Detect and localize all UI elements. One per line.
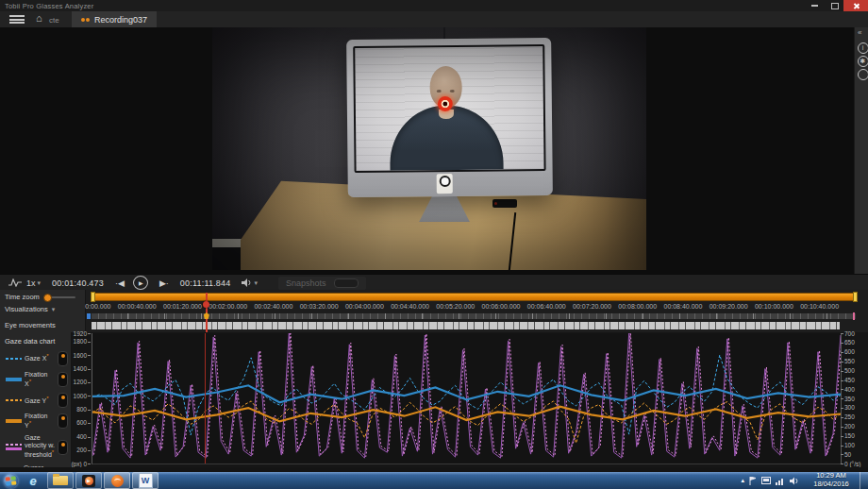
windows-logo-icon [3,473,18,488]
timeline-tick-label: 00:08:40.000 [663,303,702,310]
timeline-start-handle[interactable] [91,292,95,302]
time-zoom-slider[interactable] [43,296,75,298]
gaze-data-chart-label: Gaze data chart [5,337,55,346]
tobii-analyzer-window: Tobii Pro Glasses Analyzer ⌂ cte Recordi… [0,0,868,489]
media-player-icon[interactable]: ▶ [75,472,102,489]
play-button[interactable]: ▶ [133,276,148,290]
info-icon[interactable]: i [858,42,868,54]
file-explorer-icon[interactable] [47,472,74,489]
legend-item[interactable]: Fixation X* [0,368,71,390]
legend-item[interactable]: Gaze velocity w. threshold* [0,432,71,462]
timeline-end-handle[interactable] [853,292,858,302]
ring-icon[interactable] [858,69,868,80]
timeline-track-area[interactable]: 00:00:00.00000:00:40.00000:01:20.00000:0… [85,290,868,332]
axis-tick-label: 500 [841,367,855,374]
taskbar-clock[interactable]: 10:29 AM 18/04/2016 [807,472,856,488]
legend-label: Fixation X* [25,371,55,388]
start-button[interactable] [2,473,19,488]
glasses-icon [81,18,90,22]
timeline-tick-label: 00:06:00.000 [482,303,521,310]
legend-item[interactable]: Gaze Y* [0,390,71,410]
axis-tick-label: 100 [841,442,855,448]
scrubber-end-mark [853,312,855,320]
timeline-section: Time zoom Visualizations ▾ Eye movements… [0,290,868,332]
legend-toggle[interactable] [58,440,68,455]
tab-recording[interactable]: Recording037 [72,11,157,27]
collapse-panel-icon[interactable]: « [858,28,861,37]
legend-label: Gaze velocity w. threshold* [25,434,55,459]
video-stage[interactable]: « i ✱ [0,27,868,274]
tobii-analyzer-taskbar-icon[interactable] [104,472,130,489]
axis-tick-label: 450 [841,377,855,383]
volume-tray-icon[interactable] [790,477,799,485]
chevron-down-icon: ▾ [52,306,56,312]
legend-item[interactable]: Gaze X* [0,348,71,368]
axis-tick-label: 1920 [74,330,91,337]
timeline-tick-label: 00:10:00.000 [755,303,793,310]
timeline-tick-label: 00:07:20.000 [573,303,611,310]
axis-tick-label: 1600 [74,352,91,359]
legend-item[interactable]: Fixation Y* [0,410,71,431]
tobii-logo [111,475,124,487]
time-zoom-knob[interactable] [43,294,52,302]
word-icon[interactable]: W [132,472,159,489]
windows-taskbar: e ▶ W ▴ 10:29 AM 18/04/2016 [0,472,868,489]
window-icon[interactable] [761,477,771,485]
legend-swatch [6,399,22,401]
right-rail: « i ✱ [854,27,868,274]
legend-toggle[interactable] [58,351,68,366]
menu-icon[interactable] [9,15,25,24]
timeline-tick-label: 00:01:20.000 [163,303,202,310]
axis-tick-label: 1000 [74,393,91,399]
step-forward-button[interactable]: ▶· [159,278,169,288]
chevron-down-icon[interactable]: ▾ [38,279,42,287]
time-zoom-label: Time zoom [5,293,40,301]
timeline-tick-label: 00:00:40.000 [118,303,157,310]
snapshots-toggle[interactable] [334,278,359,288]
snapshots-control: Snapshots [278,277,366,290]
action-center-flag-icon[interactable] [749,477,757,485]
step-back-button[interactable]: ·◀ [115,278,125,288]
legend-swatch [6,358,22,360]
clock-date: 18/04/2016 [807,481,856,489]
volume-button[interactable]: ▾ [242,278,258,287]
speed-value[interactable]: 1x [26,278,36,288]
axis-tick-label: 400 [841,386,855,393]
timeline-playhead[interactable] [206,293,208,332]
chevron-down-icon[interactable]: ▾ [254,279,258,287]
axis-tick-label: 550 [841,358,855,364]
axis-tick-label: 200 [841,423,855,430]
legend-toggle[interactable] [58,372,68,387]
timeline-left-panel: Time zoom Visualizations ▾ Eye movements [0,290,86,332]
gear-icon[interactable]: ✱ [858,56,868,67]
axis-tick-label: 650 [841,339,855,346]
chart-playhead[interactable] [205,333,207,464]
app-nav-bar: ⌂ cte Recording037 [0,11,868,28]
home-icon[interactable]: ⌂ [36,12,42,24]
visualizations-dropdown[interactable]: Visualizations ▾ [5,305,55,313]
project-name[interactable]: cte [49,16,59,25]
axis-tick-label: 1200 [74,379,91,385]
axis-tick-label: 350 [841,396,855,402]
chart-left-panel: Gaze data chart Gaze X*Fixation X*Gaze Y… [0,332,72,467]
timeline-tick-label: 00:02:00.000 [209,303,247,310]
window-title: Tobii Pro Glasses Analyzer [5,2,93,10]
internet-explorer-icon[interactable]: e [21,473,45,488]
show-hidden-icons[interactable]: ▴ [741,477,744,484]
eye-movements-strip[interactable] [92,322,840,329]
axis-tick-label: (px) 0 [71,461,91,467]
close-button[interactable] [843,0,868,11]
speaker-icon [242,278,252,287]
scrubber-start-mark [87,313,91,319]
vignette [212,27,646,270]
playback-bar: 1x ▾ 00:01:40.473 ·◀ ▶ ▶· 00:11:11.844 ▾… [0,274,868,291]
ie-logo: e [29,474,36,488]
legend-toggle[interactable] [58,393,68,408]
legend-toggle[interactable] [58,413,68,429]
scene-video[interactable] [212,27,646,270]
network-icon[interactable] [776,477,785,485]
restore-button[interactable] [825,0,845,11]
gaze-chart-plot[interactable] [92,333,842,464]
show-desktop-button[interactable] [860,472,868,489]
minimize-button[interactable] [804,0,825,11]
